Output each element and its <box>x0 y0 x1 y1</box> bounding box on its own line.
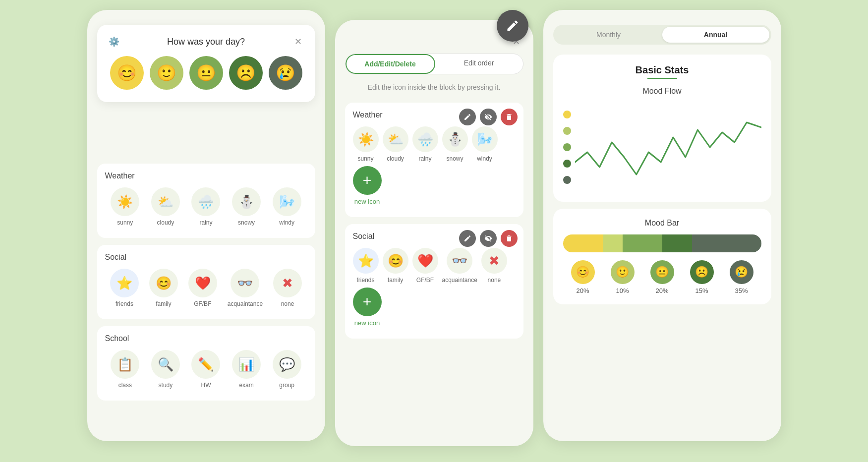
social-icons: ⭐ friends 😊 family ❤️ GF/BF 👓 acquaintan… <box>105 269 307 307</box>
mood-1[interactable]: 😊 <box>110 56 144 90</box>
screen2-content: ✕ Add/Edit/Delete Edit order Edit the ic… <box>335 20 533 355</box>
social-edit-btn[interactable] <box>459 230 476 247</box>
icon-label: acquaintance <box>442 277 477 284</box>
gfbf-edit-icon[interactable]: ❤️ <box>412 248 438 274</box>
icon-label: sunny <box>357 155 373 162</box>
study-icon[interactable]: 🔍 <box>151 350 180 379</box>
tab-edit-order[interactable]: Edit order <box>435 54 523 74</box>
tab-annual[interactable]: Annual <box>662 27 769 43</box>
chart-area <box>563 103 761 192</box>
mood-2[interactable]: 🙂 <box>150 56 183 90</box>
exam-icon[interactable]: 📊 <box>232 350 261 379</box>
rainy-icon[interactable]: 🌧️ <box>191 187 220 216</box>
social-section: Social ⭐ friends 😊 family ❤️ GF/BF <box>97 245 315 319</box>
list-item: 😊 family <box>383 248 408 284</box>
icon-label: rainy <box>199 219 212 226</box>
icon-label: group <box>279 382 294 389</box>
list-item: 🌬️ windy <box>273 187 301 226</box>
acquaintance-icon[interactable]: 👓 <box>231 269 259 297</box>
none-edit-icon[interactable]: ✖ <box>481 248 507 274</box>
rainy-edit-icon[interactable]: 🌧️ <box>412 126 438 152</box>
group-icon[interactable]: 💬 <box>273 350 301 379</box>
sunny-icon[interactable]: ☀️ <box>111 187 139 216</box>
list-item: ✏️ HW <box>191 350 220 389</box>
class-icon[interactable]: 📋 <box>111 350 139 379</box>
snowy-icon[interactable]: ⛄ <box>232 187 261 216</box>
bar-seg-2 <box>603 234 623 252</box>
windy-icon[interactable]: 🌬️ <box>273 187 301 216</box>
bar-seg-1 <box>563 234 603 252</box>
list-item: ☀️ sunny <box>353 126 379 162</box>
mood-bar-title: Mood Bar <box>563 219 761 228</box>
tab-monthly[interactable]: Monthly <box>555 27 662 43</box>
list-item: 🔍 study <box>151 350 180 389</box>
icon-label: exam <box>239 382 253 389</box>
friends-icon[interactable]: ⭐ <box>110 269 139 297</box>
list-item: ✖ none <box>273 269 302 307</box>
edit-tab-bar: Add/Edit/Delete Edit order <box>345 54 523 74</box>
family-icon[interactable]: 😊 <box>149 269 178 297</box>
gfbf-icon[interactable]: ❤️ <box>188 269 217 297</box>
school-title: School <box>105 334 307 343</box>
icon-label: family <box>388 277 403 284</box>
pct-mood-1: 😊 <box>571 260 595 284</box>
edit-icon-btn[interactable] <box>459 109 476 125</box>
hw-icon[interactable]: ✏️ <box>191 350 220 379</box>
icon-label: family <box>156 300 171 307</box>
screen1: ⚙️ How was your day? ✕ 😊 🙂 😐 ☹️ 😢 Weathe… <box>87 10 325 441</box>
new-icon-label: new icon <box>354 319 380 327</box>
cloudy-icon[interactable]: ⛅ <box>151 187 180 216</box>
pct-mood-2: 🙂 <box>611 260 635 284</box>
card-actions <box>459 109 518 125</box>
icon-label: none <box>488 277 501 284</box>
pct-label-5: 35% <box>735 287 748 294</box>
mood-bar <box>563 234 761 252</box>
list-item: 💬 group <box>273 350 301 389</box>
cloudy-edit-icon[interactable]: ⛅ <box>383 126 408 152</box>
icon-label: acquaintance <box>228 300 263 307</box>
period-tab-bar: Monthly Annual <box>553 25 771 45</box>
list-item: 📊 exam <box>232 350 261 389</box>
delete-icon-btn[interactable] <box>501 109 518 125</box>
icon-label: GF/BF <box>194 300 211 307</box>
edit-fab-button[interactable] <box>497 10 528 42</box>
tab-add-edit-delete[interactable]: Add/Edit/Delete <box>346 54 435 74</box>
list-item: 👓 acquaintance <box>228 269 263 307</box>
icon-label: snowy <box>446 155 463 162</box>
hide-icon-btn[interactable] <box>480 109 497 125</box>
social-edit-icons: ⭐ friends 😊 family ❤️ GF/BF 👓 <box>353 248 516 327</box>
screen3: Monthly Annual Basic Stats Mood Flow <box>543 10 781 441</box>
pct-label-4: 15% <box>695 287 708 294</box>
legend-dot-5 <box>563 176 571 184</box>
add-social-icon: + new icon <box>353 288 382 327</box>
windy-edit-icon[interactable]: 🌬️ <box>472 126 498 152</box>
family-edit-icon[interactable]: 😊 <box>383 248 408 274</box>
add-social-button[interactable]: + <box>353 288 382 316</box>
icon-label: cloudy <box>157 219 174 226</box>
acquaintance-edit-icon[interactable]: 👓 <box>447 248 472 274</box>
gear-icon[interactable]: ⚙️ <box>107 35 121 49</box>
mood-3[interactable]: 😐 <box>189 56 223 90</box>
list-item: 😊 family <box>149 269 178 307</box>
legend-dot-2 <box>563 127 571 135</box>
social-delete-btn[interactable] <box>501 230 518 247</box>
mood-4[interactable]: ☹️ <box>229 56 263 90</box>
mood-bar-card: Mood Bar 😊 20% 🙂 10% 😐 20% <box>553 209 771 304</box>
line-chart <box>575 103 761 192</box>
friends-edit-icon[interactable]: ⭐ <box>353 248 379 274</box>
sunny-edit-icon[interactable]: ☀️ <box>353 126 379 152</box>
mood-5[interactable]: 😢 <box>269 56 302 90</box>
social-title: Social <box>105 253 307 262</box>
social-hide-btn[interactable] <box>480 230 497 247</box>
list-item: ☀️ sunny <box>111 187 139 226</box>
list-item: ⛄ snowy <box>232 187 261 226</box>
add-weather-button[interactable]: + <box>353 166 382 195</box>
close-icon[interactable]: ✕ <box>291 35 305 49</box>
snowy-edit-icon[interactable]: ⛄ <box>442 126 468 152</box>
bar-seg-4 <box>662 234 692 252</box>
list-item: ❤️ GF/BF <box>412 248 438 284</box>
screens-container: ⚙️ How was your day? ✕ 😊 🙂 😐 ☹️ 😢 Weathe… <box>0 0 868 462</box>
none-icon[interactable]: ✖ <box>273 269 302 297</box>
stats-title: Basic Stats <box>563 64 761 76</box>
pct-mood-3: 😐 <box>650 260 674 284</box>
